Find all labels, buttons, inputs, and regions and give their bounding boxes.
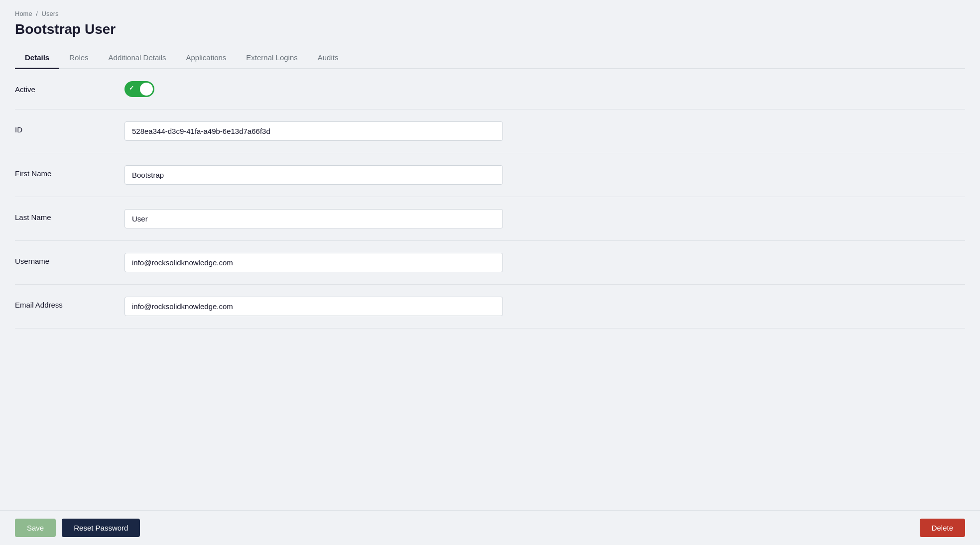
active-toggle[interactable]: ✓ [124, 81, 154, 97]
id-label: ID [15, 121, 124, 134]
active-label: Active [15, 81, 124, 94]
breadcrumb-home[interactable]: Home [15, 10, 32, 17]
tab-external-logins[interactable]: External Logins [236, 47, 307, 69]
tab-details[interactable]: Details [15, 47, 59, 69]
last-name-field [124, 209, 503, 228]
last-name-label: Last Name [15, 209, 124, 221]
username-field [124, 253, 503, 272]
tab-audits[interactable]: Audits [308, 47, 349, 69]
tab-applications[interactable]: Applications [176, 47, 236, 69]
first-name-section: First Name [15, 153, 965, 197]
save-button[interactable]: Save [15, 519, 56, 537]
first-name-label: First Name [15, 165, 124, 178]
breadcrumb-section[interactable]: Users [42, 10, 59, 17]
email-section: Email Address [15, 285, 965, 328]
username-section: Username [15, 241, 965, 285]
form-content: Active ✓ ID F [15, 69, 965, 368]
tabs-nav: Details Roles Additional Details Applica… [15, 47, 965, 69]
breadcrumb: Home / Users [15, 10, 965, 17]
email-field [124, 297, 503, 316]
toggle-thumb [140, 83, 153, 96]
tab-roles[interactable]: Roles [59, 47, 98, 69]
email-input[interactable] [124, 297, 503, 316]
active-section: Active ✓ [15, 69, 965, 109]
reset-password-button[interactable]: Reset Password [62, 519, 140, 537]
last-name-input[interactable] [124, 209, 503, 228]
page-title: Bootstrap User [15, 21, 965, 37]
first-name-field [124, 165, 503, 185]
id-input[interactable] [124, 121, 503, 141]
tab-additional-details[interactable]: Additional Details [99, 47, 176, 69]
active-field: ✓ [124, 81, 503, 97]
email-label: Email Address [15, 297, 124, 309]
last-name-section: Last Name [15, 197, 965, 241]
footer-left-buttons: Save Reset Password [15, 519, 140, 537]
id-section: ID [15, 109, 965, 153]
username-label: Username [15, 253, 124, 265]
username-input[interactable] [124, 253, 503, 272]
first-name-input[interactable] [124, 165, 503, 185]
toggle-check-icon: ✓ [129, 85, 134, 92]
id-field [124, 121, 503, 141]
active-toggle-wrapper: ✓ [124, 81, 503, 97]
delete-button[interactable]: Delete [920, 519, 965, 537]
footer-bar: Save Reset Password Delete [0, 510, 980, 545]
breadcrumb-separator: / [36, 10, 38, 17]
